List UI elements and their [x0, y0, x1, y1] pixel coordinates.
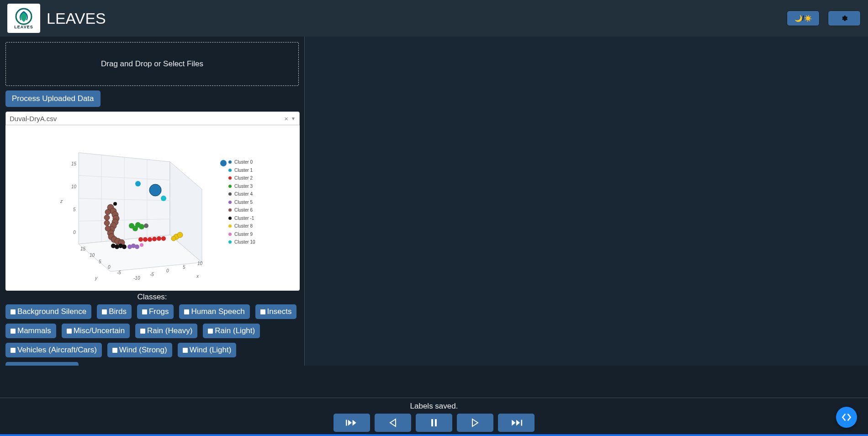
- app-title: LEAVES: [47, 10, 106, 27]
- class-chip-label: Background Silence: [17, 307, 86, 316]
- skip-forward-icon: [510, 418, 522, 427]
- svg-point-42: [177, 232, 183, 238]
- checkbox-icon: [140, 329, 145, 334]
- legend-row[interactable]: Cluster 8: [228, 222, 255, 230]
- settings-button[interactable]: [828, 11, 861, 26]
- skip-back-button[interactable]: [333, 414, 370, 432]
- checkbox-icon: [184, 309, 189, 314]
- checkbox-icon: [142, 309, 147, 314]
- legend-row[interactable]: Cluster 3: [228, 182, 255, 191]
- class-chip[interactable]: Vehicles (Aircraft/Cars): [5, 343, 102, 357]
- legend-row[interactable]: Cluster 4: [228, 190, 255, 198]
- class-chip[interactable]: Wind (Light): [178, 343, 237, 357]
- legend-row[interactable]: Cluster 5: [228, 198, 255, 207]
- logo-text: LEAVES: [14, 25, 33, 29]
- transport-controls: [333, 414, 535, 432]
- svg-text:-5: -5: [117, 270, 121, 275]
- app-logo: LEAVES: [7, 4, 40, 33]
- svg-point-27: [149, 184, 161, 196]
- footer-accent-line: [0, 434, 868, 436]
- class-chip-label: Misc/Uncertain: [74, 326, 125, 335]
- svg-point-29: [161, 196, 166, 201]
- legend-row[interactable]: Cluster 6: [228, 206, 255, 214]
- svg-text:15: 15: [71, 161, 77, 166]
- swap-panels-button[interactable]: [836, 407, 857, 428]
- prev-icon: [387, 418, 399, 427]
- svg-marker-71: [353, 420, 356, 426]
- swap-horizontal-icon: [841, 411, 852, 423]
- checkbox-icon: [183, 348, 188, 353]
- pause-button[interactable]: [416, 414, 452, 432]
- legend-label: Cluster 5: [234, 198, 253, 207]
- pause-icon: [428, 418, 440, 427]
- legend-dot-icon: [228, 169, 232, 172]
- save-annotations-button[interactable]: Save Annotations: [5, 362, 79, 366]
- chart-legend: Cluster 0Cluster 1Cluster 2Cluster 3Clus…: [228, 158, 255, 246]
- checkbox-icon: [11, 348, 16, 353]
- class-chip[interactable]: Frogs: [137, 304, 174, 319]
- class-chip-label: Birds: [109, 307, 127, 316]
- legend-label: Cluster 9: [234, 230, 253, 239]
- svg-text:x: x: [196, 274, 199, 279]
- theme-toggle-button[interactable]: 🌙/☀️: [787, 11, 820, 26]
- class-chip[interactable]: Birds: [97, 304, 132, 319]
- legend-row[interactable]: Cluster 10: [228, 238, 255, 246]
- legend-row[interactable]: Cluster 2: [228, 174, 255, 182]
- class-chip[interactable]: Mammals: [5, 324, 56, 338]
- checkbox-icon: [11, 309, 16, 314]
- class-chip[interactable]: Human Speech: [179, 304, 249, 319]
- svg-text:0: 0: [166, 268, 169, 273]
- class-chip[interactable]: Rain (Light): [203, 324, 260, 338]
- file-select-value: Duval-DryA.csv: [10, 115, 284, 122]
- svg-point-40: [161, 236, 166, 241]
- legend-dot-icon: [228, 160, 232, 164]
- svg-point-68: [113, 202, 117, 206]
- svg-point-63: [105, 226, 111, 231]
- svg-point-33: [129, 223, 134, 229]
- svg-text:5: 5: [73, 207, 76, 212]
- svg-rect-69: [346, 420, 347, 426]
- legend-row[interactable]: Cluster 0: [228, 158, 255, 166]
- gear-icon: [841, 15, 848, 22]
- class-chip[interactable]: Misc/Uncertain: [62, 324, 130, 338]
- svg-text:-5: -5: [150, 272, 154, 277]
- chevron-down-icon[interactable]: ▼: [291, 116, 296, 121]
- clear-selection-icon[interactable]: ×: [284, 115, 288, 122]
- app-header: LEAVES LEAVES 🌙/☀️: [0, 0, 868, 37]
- status-message: Labels saved.: [410, 402, 458, 411]
- class-chip-label: Human Speech: [191, 307, 244, 316]
- svg-point-45: [135, 245, 139, 249]
- dropzone-label: Drag and Drop or Select Files: [101, 59, 203, 69]
- svg-point-67: [111, 244, 116, 248]
- svg-marker-72: [390, 419, 396, 426]
- svg-point-38: [152, 237, 157, 241]
- svg-point-47: [140, 243, 143, 247]
- svg-text:y: y: [95, 276, 98, 281]
- legend-row[interactable]: Cluster -1: [228, 214, 255, 223]
- legend-row[interactable]: Cluster 9: [228, 230, 255, 239]
- svg-rect-78: [521, 420, 522, 426]
- legend-label: Cluster -1: [234, 214, 254, 223]
- checkbox-icon: [208, 329, 213, 334]
- sidebar-panel: Drag and Drop or Select Files Process Up…: [0, 37, 305, 366]
- svg-text:0: 0: [108, 265, 111, 270]
- legend-dot-icon: [228, 192, 232, 196]
- file-select-dropdown[interactable]: Duval-DryA.csv × ▼: [5, 112, 300, 125]
- skip-forward-button[interactable]: [498, 414, 535, 432]
- process-data-button[interactable]: Process Uploaded Data: [5, 90, 101, 107]
- svg-text:5: 5: [99, 259, 101, 264]
- prev-button[interactable]: [375, 414, 411, 432]
- legend-row[interactable]: Cluster 1: [228, 166, 255, 175]
- svg-rect-74: [435, 419, 437, 426]
- class-chip[interactable]: Wind (Strong): [107, 343, 172, 357]
- cluster-scatter-chart[interactable]: Cluster 0Cluster 1Cluster 2Cluster 3Clus…: [5, 125, 300, 291]
- file-dropzone[interactable]: Drag and Drop or Select Files: [5, 42, 299, 86]
- class-chip-label: Rain (Light): [215, 326, 255, 335]
- class-chip[interactable]: Background Silence: [5, 304, 91, 319]
- class-chip[interactable]: Rain (Heavy): [135, 324, 197, 338]
- checkbox-icon: [11, 329, 16, 334]
- skip-back-icon: [346, 418, 358, 427]
- next-button[interactable]: [457, 414, 493, 432]
- class-chip[interactable]: Insects: [255, 304, 297, 319]
- svg-marker-77: [516, 420, 520, 426]
